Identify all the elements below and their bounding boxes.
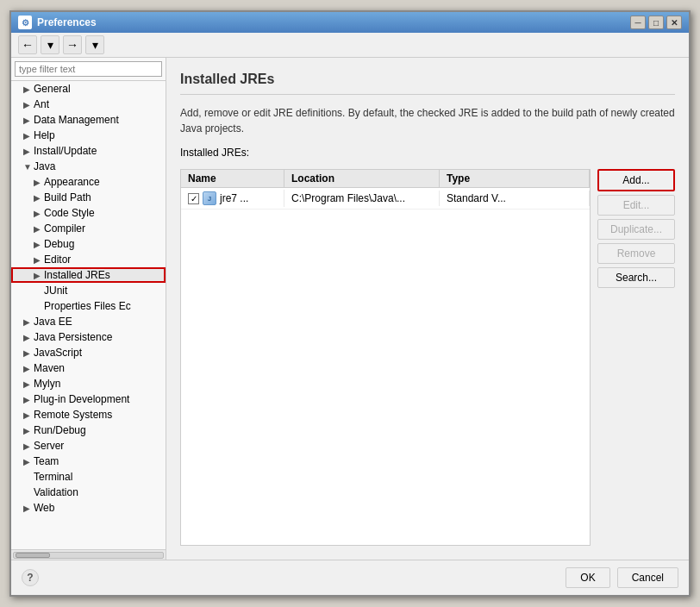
help-button[interactable]: ? — [22, 569, 39, 586]
tree-arrow-code-style: ▶ — [34, 209, 42, 218]
table-row[interactable]: ✓ J jre7 ... C:\Program Files\Java\... S… — [181, 188, 590, 210]
sidebar-item-ant[interactable]: ▶ Ant — [11, 97, 166, 112]
footer-left: ? — [22, 569, 39, 586]
content-description: Add, remove or edit JRE definitions. By … — [180, 105, 675, 136]
sidebar-item-compiler[interactable]: ▶ Compiler — [11, 221, 166, 236]
filter-input[interactable] — [15, 61, 162, 77]
sidebar-item-label-java-ee: Java EE — [34, 316, 72, 328]
jre-checkbox[interactable]: ✓ — [188, 193, 199, 204]
filter-box — [11, 58, 166, 81]
close-button[interactable]: ✕ — [666, 16, 682, 29]
col-header-location: Location — [284, 170, 440, 187]
tree-arrow-installed-jres: ▶ — [34, 271, 42, 280]
sidebar-item-label-java-persistence: Java Persistence — [34, 331, 112, 343]
sidebar-item-editor[interactable]: ▶ Editor — [11, 252, 166, 267]
sidebar-item-java-persistence[interactable]: ▶ Java Persistence — [11, 329, 166, 345]
tree-arrow-appearance: ▶ — [34, 178, 42, 187]
horizontal-scrollbar[interactable] — [11, 549, 166, 560]
jre-table: Name Location Type ✓ J jre7 ... C:\Progr… — [180, 169, 591, 546]
sidebar-item-maven[interactable]: ▶ Maven — [11, 360, 166, 376]
sidebar-item-data-management[interactable]: ▶ Data Management — [11, 112, 166, 128]
tree-arrow-javascript: ▶ — [23, 348, 32, 358]
jre-name-text: jre7 ... — [220, 192, 248, 204]
sidebar-item-label-install-update: Install/Update — [34, 145, 97, 157]
sidebar-item-install-update[interactable]: ▶ Install/Update — [11, 143, 166, 159]
sidebar-item-code-style[interactable]: ▶ Code Style — [11, 205, 166, 221]
sidebar-item-label-server: Server — [34, 440, 64, 452]
maximize-button[interactable]: □ — [648, 16, 664, 29]
sidebar-item-terminal[interactable]: Terminal — [11, 469, 166, 485]
main-content: ▶ General ▶ Ant ▶ Data Management ▶ Help… — [11, 58, 689, 560]
sidebar-item-installed-jres[interactable]: ▶ Installed JREs — [11, 267, 166, 283]
sidebar-item-label-debug: Debug — [44, 238, 74, 250]
sidebar-item-run-debug[interactable]: ▶ Run/Debug — [11, 422, 166, 438]
window-title: Preferences — [37, 16, 97, 28]
sidebar-item-plug-in-development[interactable]: ▶ Plug-in Development — [11, 391, 166, 407]
sidebar-item-java-ee[interactable]: ▶ Java EE — [11, 314, 166, 329]
sidebar-item-label-junit: JUnit — [44, 285, 67, 297]
tree-arrow-run-debug: ▶ — [23, 426, 32, 435]
table-header: Name Location Type — [181, 170, 590, 188]
tree-arrow-general: ▶ — [23, 84, 32, 94]
remove-button[interactable]: Remove — [597, 243, 675, 264]
sidebar-item-junit[interactable]: JUnit — [11, 283, 166, 298]
dropdown-icon2: ▾ — [92, 38, 98, 52]
window-icon: ⚙ — [18, 16, 32, 29]
titlebar: ⚙ Preferences ─ □ ✕ — [11, 12, 689, 33]
forward-button[interactable]: → — [63, 35, 82, 54]
col-header-type: Type — [440, 170, 590, 187]
forward-dropdown-button[interactable]: ▾ — [85, 35, 104, 54]
sidebar-item-build-path[interactable]: ▶ Build Path — [11, 190, 166, 205]
sidebar-item-javascript[interactable]: ▶ JavaScript — [11, 345, 166, 360]
sidebar-item-web[interactable]: ▶ Web — [11, 500, 166, 516]
installed-jres-label: Installed JREs: — [180, 147, 675, 159]
toolbar: ← ▾ → ▾ — [11, 33, 689, 58]
sidebar: ▶ General ▶ Ant ▶ Data Management ▶ Help… — [11, 58, 166, 560]
add-button[interactable]: Add... — [597, 169, 675, 191]
tree-arrow-java: ▼ — [23, 162, 32, 172]
col-header-name: Name — [181, 170, 284, 187]
sidebar-item-label-validation: Validation — [34, 486, 78, 498]
tree-arrow-data-management: ▶ — [23, 116, 32, 125]
sidebar-item-mylyn[interactable]: ▶ Mylyn — [11, 376, 166, 391]
back-dropdown-button[interactable]: ▾ — [41, 35, 59, 54]
tree-arrow-java-ee: ▶ — [23, 317, 32, 327]
scrollbar-thumb — [16, 553, 50, 558]
cancel-button[interactable]: Cancel — [617, 567, 678, 588]
sidebar-item-label-team: Team — [34, 455, 59, 467]
sidebar-item-label-maven: Maven — [34, 362, 65, 374]
table-body: ✓ J jre7 ... C:\Program Files\Java\... S… — [181, 188, 590, 545]
forward-icon: → — [66, 38, 78, 52]
sidebar-item-label-compiler: Compiler — [44, 222, 85, 235]
footer-right: OK Cancel — [566, 567, 678, 588]
sidebar-item-validation[interactable]: Validation — [11, 485, 166, 500]
back-button[interactable]: ← — [18, 35, 37, 54]
duplicate-button[interactable]: Duplicate... — [597, 219, 675, 240]
minimize-button[interactable]: ─ — [630, 16, 646, 29]
jre-icon: J — [203, 191, 216, 205]
tree-arrow-java-persistence: ▶ — [23, 333, 32, 342]
tree-arrow-server: ▶ — [23, 441, 32, 451]
sidebar-item-label-editor: Editor — [44, 253, 71, 266]
sidebar-item-general[interactable]: ▶ General — [11, 81, 166, 97]
preferences-window: ⚙ Preferences ─ □ ✕ ← ▾ → ▾ — [9, 10, 691, 597]
sidebar-item-label-help: Help — [34, 129, 55, 141]
sidebar-item-debug[interactable]: ▶ Debug — [11, 236, 166, 252]
sidebar-item-appearance[interactable]: ▶ Appearance — [11, 174, 166, 190]
sidebar-item-server[interactable]: ▶ Server — [11, 438, 166, 454]
help-icon: ? — [27, 572, 33, 584]
scrollbar-track — [13, 552, 164, 559]
sidebar-item-label-java: Java — [34, 160, 55, 172]
sidebar-item-help[interactable]: ▶ Help — [11, 128, 166, 143]
sidebar-item-team[interactable]: ▶ Team — [11, 454, 166, 469]
tree-arrow-maven: ▶ — [23, 364, 32, 373]
ok-button[interactable]: OK — [566, 567, 609, 588]
sidebar-item-label-mylyn: Mylyn — [34, 378, 60, 390]
titlebar-controls: ─ □ ✕ — [630, 16, 682, 29]
edit-button[interactable]: Edit... — [597, 195, 675, 216]
sidebar-item-properties-files[interactable]: Properties Files Ec — [11, 298, 166, 314]
sidebar-item-remote-systems[interactable]: ▶ Remote Systems — [11, 407, 166, 422]
sidebar-item-java[interactable]: ▼ Java — [11, 159, 166, 174]
sidebar-item-label-terminal: Terminal — [34, 471, 72, 483]
search-button[interactable]: Search... — [597, 267, 675, 288]
